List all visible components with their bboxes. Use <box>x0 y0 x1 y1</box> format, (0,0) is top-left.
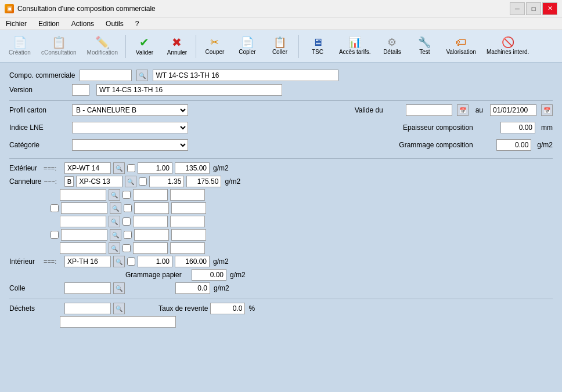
grammage-papier-unit: g/m2 <box>230 271 246 279</box>
compo-row: Compo. commerciale 🔍 <box>9 70 553 81</box>
interieur-search-btn[interactable]: 🔍 <box>113 256 125 267</box>
valide-to-calendar-btn[interactable]: 📅 <box>541 104 553 116</box>
details-button[interactable]: ⚙ Détails <box>377 32 407 60</box>
empty1-search-btn[interactable]: 🔍 <box>109 189 120 201</box>
empty3-search-btn[interactable]: 🔍 <box>109 216 120 227</box>
couper-label: Couper <box>206 49 225 55</box>
acces-tarifs-button[interactable]: 📊 Accès tarifs. <box>335 32 374 60</box>
empty5-factor-input[interactable] <box>133 242 168 254</box>
empty4-check[interactable] <box>124 231 132 239</box>
dechets-label: Déchets <box>9 304 41 313</box>
empty4-grammage-input[interactable] <box>171 229 206 241</box>
interieur-grammage-input[interactable] <box>175 256 210 267</box>
empty2-check[interactable] <box>124 204 132 212</box>
cannelure-code-input[interactable] <box>76 176 123 187</box>
empty2-checkbox-left[interactable] <box>51 204 59 212</box>
cannelure-search-btn[interactable]: 🔍 <box>125 176 136 187</box>
minimize-button[interactable]: ─ <box>510 2 525 15</box>
copier-button[interactable]: 📄 Copier <box>232 32 262 60</box>
compo-input[interactable] <box>80 70 132 81</box>
menu-help[interactable]: ? <box>129 17 145 30</box>
valorisation-button[interactable]: 🏷 Valorisation <box>442 32 480 60</box>
exterieur-symbols: ===: <box>44 165 62 172</box>
creation-button[interactable]: 📄 Création <box>5 32 35 60</box>
tsc-button[interactable]: 🖥 TSC <box>302 32 333 60</box>
cannelure-grammage-input[interactable] <box>186 176 221 187</box>
cannelure-factor-input[interactable] <box>149 176 184 187</box>
indice-label: Indice LNE <box>9 124 67 132</box>
empty1-check[interactable] <box>123 191 131 199</box>
empty2-search-btn[interactable]: 🔍 <box>110 202 121 214</box>
dechets-code-input[interactable] <box>64 303 111 314</box>
compo-search-button[interactable]: 🔍 <box>136 70 148 81</box>
exterieur-grammage-input[interactable] <box>175 162 210 174</box>
grammage-papier-input[interactable] <box>192 269 226 281</box>
interieur-code-input[interactable] <box>64 256 111 267</box>
empty2-code-input[interactable] <box>61 202 107 214</box>
empty3-check[interactable] <box>123 217 131 226</box>
menu-actions[interactable]: Actions <box>66 17 100 30</box>
empty1-code-input[interactable] <box>60 189 106 201</box>
annuler-label: Annuler <box>167 49 187 56</box>
empty1-grammage-input[interactable] <box>170 189 205 201</box>
empty3-grammage-input[interactable] <box>170 216 205 227</box>
empty5-check[interactable] <box>123 244 131 252</box>
valider-button[interactable]: ✔ Valider <box>129 32 160 60</box>
consultation-button[interactable]: 📋 cConsultation <box>37 32 81 60</box>
exterieur-search-btn[interactable]: 🔍 <box>113 162 125 174</box>
valide-to-input[interactable] <box>490 104 536 116</box>
empty4-search-btn[interactable]: 🔍 <box>110 229 121 241</box>
empty5-search-btn[interactable]: 🔍 <box>109 242 120 254</box>
title-bar-controls: ─ □ ✕ <box>510 2 557 15</box>
profil-select[interactable]: B - CANNELURE B <box>72 104 188 116</box>
empty4-factor-input[interactable] <box>134 229 169 241</box>
dechets-search-btn[interactable]: 🔍 <box>113 303 125 314</box>
categorie-label: Catégorie <box>9 141 67 149</box>
exterieur-check[interactable] <box>127 164 135 172</box>
valide-from-input[interactable] <box>406 104 452 116</box>
maximize-button[interactable]: □ <box>526 2 541 15</box>
empty4-checkbox-left[interactable] <box>51 231 59 239</box>
empty5-code-input[interactable] <box>60 242 106 254</box>
dechets-row2 <box>60 316 553 328</box>
couper-button[interactable]: ✂ Couper <box>200 32 230 60</box>
indice-select[interactable] <box>72 122 188 133</box>
valide-calendar-btn[interactable]: 📅 <box>457 104 469 116</box>
empty3-code-input[interactable] <box>60 216 106 227</box>
empty3-factor-input[interactable] <box>133 216 168 227</box>
menu-outils[interactable]: Outils <box>100 17 129 30</box>
close-button[interactable]: ✕ <box>542 2 557 15</box>
taux-input[interactable] <box>210 303 245 314</box>
colle-code-input[interactable] <box>64 282 111 294</box>
dechets-text-input[interactable] <box>60 316 176 328</box>
machines-interd-button[interactable]: 🚫 Machines interd. <box>482 32 533 60</box>
test-button[interactable]: 🔧 Test <box>409 32 439 60</box>
menu-edition[interactable]: Edition <box>33 17 66 30</box>
exterieur-factor-input[interactable] <box>138 162 172 174</box>
empty4-code-input[interactable] <box>61 229 107 241</box>
empty2-factor-input[interactable] <box>134 202 169 214</box>
cannelure-check[interactable] <box>139 177 147 186</box>
epaisseur-input[interactable] <box>500 122 535 133</box>
interieur-label: Intérieur <box>9 257 41 266</box>
modification-button[interactable]: ✏️ Modification <box>83 32 122 60</box>
exterieur-code-input[interactable] <box>64 162 111 174</box>
main-content: Compo. commerciale 🔍 Version Profil cart… <box>0 63 562 392</box>
grammage-comp-input[interactable] <box>496 139 531 151</box>
valider-label: Valider <box>136 49 153 56</box>
compo-name-input[interactable] <box>153 70 338 81</box>
empty5-grammage-input[interactable] <box>170 242 205 254</box>
categorie-select[interactable] <box>72 139 188 151</box>
empty2-grammage-input[interactable] <box>171 202 206 214</box>
colle-value-input[interactable] <box>175 282 210 294</box>
coller-button[interactable]: 📋 Coller <box>265 32 295 60</box>
interieur-factor-input[interactable] <box>138 256 172 267</box>
empty1-factor-input[interactable] <box>133 189 168 201</box>
version-name-input[interactable] <box>96 84 282 96</box>
colle-search-btn[interactable]: 🔍 <box>113 282 125 294</box>
annuler-icon: ✖ <box>172 37 182 48</box>
menu-fichier[interactable]: Fichier <box>0 17 33 30</box>
interieur-check[interactable] <box>127 257 135 266</box>
version-input[interactable] <box>72 84 89 96</box>
annuler-button[interactable]: ✖ Annuler <box>162 32 192 60</box>
